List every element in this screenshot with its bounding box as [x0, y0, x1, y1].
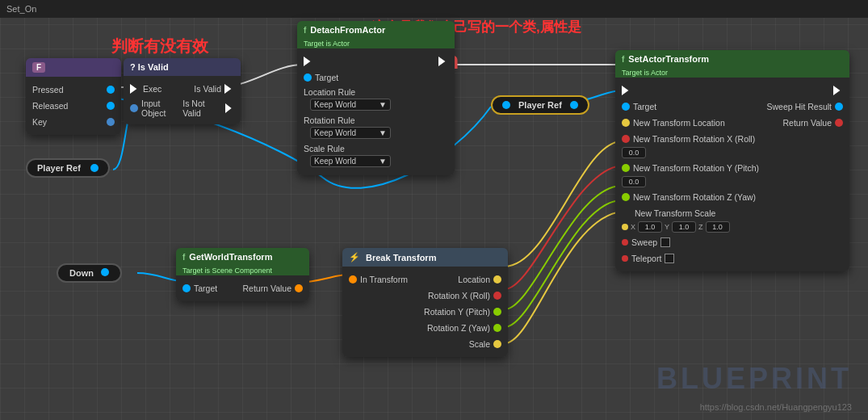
detach-scale-chevron: ▼ [379, 157, 387, 166]
set-actor-sweep-checkbox[interactable] [660, 237, 670, 247]
set-actor-rotx-row: New Transform Rotation X (Roll) [615, 131, 849, 147]
break-scale-pin[interactable] [493, 340, 501, 348]
is-valid-node: ? Is Valid Exec Is Valid Input Object [124, 58, 241, 124]
detach-header: f DetachFromActor [297, 21, 455, 39]
detach-rotation-dropdown[interactable]: Keep World ▼ [310, 127, 391, 139]
set-actor-exec-in[interactable] [622, 86, 631, 95]
set-actor-sweep-bool-label: Sweep [631, 237, 657, 247]
player-ref-pill-top[interactable]: Player Ref [491, 95, 589, 115]
player-ref-pill-bottom[interactable]: Player Ref [26, 158, 110, 178]
break-location-pin[interactable] [493, 275, 501, 284]
f-node-released-pin[interactable] [107, 102, 115, 110]
set-actor-retval-pin[interactable] [835, 119, 843, 127]
set-actor-scale-label: New Transform Scale [635, 208, 715, 218]
set-actor-scale-y[interactable]: 1.0 [672, 221, 696, 233]
set-actor-func-icon: f [622, 55, 624, 64]
get-world-target-pin[interactable] [182, 284, 191, 292]
detach-location-label: Location Rule [304, 87, 448, 97]
set-actor-scale-z[interactable]: 1.0 [706, 221, 730, 233]
f-node-body: Pressed Released Key [26, 77, 121, 135]
player-ref-top-right-pin[interactable] [570, 101, 578, 109]
break-in-row: In Transform Location [342, 271, 508, 288]
detach-rotation-value: Keep World [314, 128, 356, 137]
set-actor-rotz-pin[interactable] [622, 193, 630, 201]
set-actor-teleport-checkbox[interactable] [665, 254, 674, 263]
get-world-pins-row: Target Return Value [176, 280, 309, 296]
set-actor-x-label: X [631, 223, 635, 231]
get-world-body: Target Return Value [176, 275, 309, 301]
set-actor-rotx-label: New Transform Rotation X (Roll) [633, 134, 755, 144]
break-transform-header: ⚡ Break Transform [342, 248, 508, 267]
break-location-label: Location [458, 275, 490, 284]
break-rotz-pin[interactable] [493, 324, 501, 332]
set-actor-rotx-pin[interactable] [622, 135, 630, 143]
set-actor-teleport-label: Teleport [631, 254, 661, 263]
detach-exec-in[interactable] [304, 57, 313, 66]
break-in-label: In Transform [360, 275, 408, 284]
detach-target-label: Target [315, 73, 338, 82]
f-node-icon: F [32, 62, 45, 73]
set-actor-roty-pin[interactable] [622, 164, 630, 172]
f-node-header: F [26, 58, 121, 77]
annotation-1: 判断有没有效 [111, 36, 208, 57]
detach-scale-dropdown[interactable]: Keep World ▼ [310, 155, 391, 167]
get-world-func-icon: f [182, 253, 185, 262]
detach-scale-rule: Scale Rule Keep World ▼ [297, 142, 455, 170]
player-ref-top-left-pin[interactable] [502, 101, 510, 109]
set-actor-target-pin[interactable] [622, 103, 630, 111]
f-node-key-row: Key [26, 114, 121, 130]
break-transform-body: In Transform Location Rotation X (Roll) … [342, 267, 508, 357]
set-actor-teleport-row: Teleport [615, 250, 849, 267]
set-actor-sweep-bool-pin[interactable] [622, 239, 628, 246]
watermark: BLUEPRINT [656, 362, 852, 396]
is-valid-isvalid-label: Is Valid [194, 84, 221, 94]
set-actor-exec-out[interactable] [833, 86, 843, 95]
down-pin[interactable] [101, 268, 109, 276]
get-world-subtitle: Target is Scene Component [176, 266, 309, 275]
set-actor-y-label: Y [665, 223, 669, 231]
player-ref-bottom-pin[interactable] [90, 164, 99, 172]
detach-location-rule: Location Rule Keep World ▼ [297, 86, 455, 114]
detach-target-pin[interactable] [304, 74, 312, 82]
set-actor-scale-pin[interactable] [622, 224, 628, 230]
set-actor-scale-row: New Transform Scale [615, 205, 849, 221]
is-valid-inputobj-label: Input Object [141, 99, 182, 118]
f-node-key-pin[interactable] [107, 118, 115, 126]
is-valid-title: ? Is Valid [130, 62, 169, 72]
f-node-key-label: Key [32, 117, 47, 127]
f-node-pressed-pin[interactable] [107, 86, 115, 94]
break-rotx-row: Rotation X (Roll) [342, 288, 508, 304]
get-world-header: f GetWorldTransform [176, 248, 309, 266]
is-valid-inputobj-row: Input Object Is Not Valid [124, 97, 241, 120]
set-actor-scale-x[interactable]: 1.0 [638, 221, 662, 233]
set-actor-rotx-input[interactable]: 0.0 [622, 147, 646, 158]
is-valid-notvalid-label: Is Not Valid [182, 99, 222, 118]
f-node-released-label: Released [32, 101, 68, 111]
is-valid-notvalid-pin[interactable] [225, 103, 234, 113]
detach-location-dropdown[interactable]: Keep World ▼ [310, 99, 391, 111]
detach-target-row: Target [297, 69, 455, 86]
detach-location-value: Keep World [314, 100, 356, 109]
set-actor-roty-row: New Transform Rotation Y (Pitch) [615, 160, 849, 176]
detach-func-icon: f [304, 26, 306, 35]
is-valid-inputobj-pin[interactable] [130, 104, 138, 112]
is-valid-isvalid-pin[interactable] [224, 84, 234, 94]
f-node-pressed-label: Pressed [32, 85, 64, 94]
set-actor-teleport-pin[interactable] [622, 255, 628, 262]
set-actor-sweep-pin[interactable] [835, 103, 843, 111]
is-valid-exec-in-pin[interactable] [130, 84, 140, 94]
detach-subtitle: Target is Actor [297, 39, 455, 48]
break-roty-pin[interactable] [493, 308, 501, 316]
down-pill[interactable]: Down [57, 263, 122, 283]
break-rotx-pin[interactable] [493, 292, 501, 300]
player-ref-top-label: Player Ref [518, 100, 562, 110]
down-label: Down [69, 268, 94, 278]
set-actor-roty-input[interactable]: 0.0 [622, 176, 646, 187]
break-roty-row: Rotation Y (Pitch) [342, 304, 508, 320]
detach-exec-out[interactable] [438, 57, 448, 66]
get-world-retval-pin[interactable] [295, 284, 303, 292]
set-actor-loc-pin[interactable] [622, 119, 630, 127]
break-in-pin[interactable] [349, 275, 357, 284]
set-actor-body: Target Sweep Hit Result New Transform Lo… [615, 78, 849, 271]
break-transform-title: Break Transform [366, 253, 436, 262]
